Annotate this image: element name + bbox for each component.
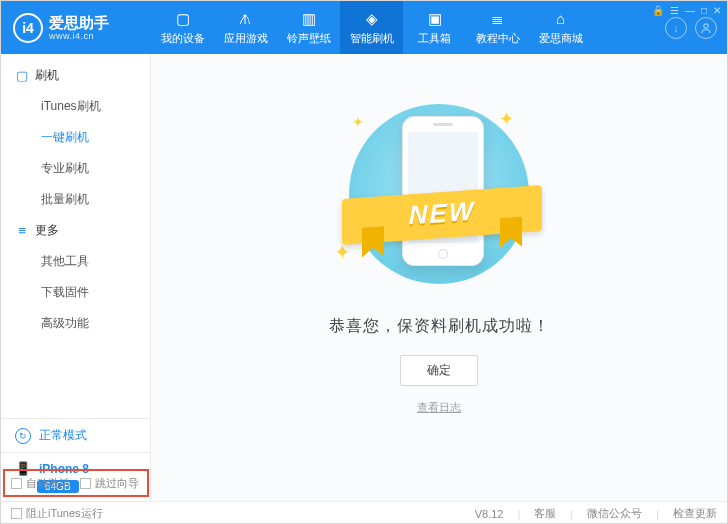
sidebar-item-download-firmware[interactable]: 下载固件 xyxy=(1,277,150,308)
separator: | xyxy=(517,508,520,520)
update-link[interactable]: 检查更新 xyxy=(673,506,717,521)
sidebar-section-label: 更多 xyxy=(35,222,59,239)
view-log-link[interactable]: 查看日志 xyxy=(417,400,461,415)
separator: | xyxy=(570,508,573,520)
header: i4 爱思助手 www.i4.cn ▢ 我的设备 ⩚ 应用游戏 ▥ 铃声壁纸 ◈… xyxy=(1,1,727,54)
app-name: 爱思助手 xyxy=(49,15,109,30)
checkbox-label: 跳过向导 xyxy=(95,476,139,491)
status-bar: 阻止iTunes运行 V8.12 | 客服 | 微信公众号 | 检查更新 xyxy=(1,501,727,524)
nav-apps[interactable]: ⩚ 应用游戏 xyxy=(214,1,277,54)
more-section-icon: ≡ xyxy=(15,223,29,238)
menu-icon[interactable]: ☰ xyxy=(670,5,679,16)
sidebar-section-flash[interactable]: ▢ 刷机 xyxy=(1,60,150,91)
nav-toolbox[interactable]: ▣ 工具箱 xyxy=(403,1,466,54)
wallpaper-icon: ▥ xyxy=(300,10,318,28)
sidebar-item-itunes-flash[interactable]: iTunes刷机 xyxy=(1,91,150,122)
apps-icon: ⩚ xyxy=(237,10,255,28)
support-link[interactable]: 客服 xyxy=(534,506,556,521)
refresh-icon: ↻ xyxy=(15,428,31,444)
body: ▢ 刷机 iTunes刷机 一键刷机 专业刷机 批量刷机 ≡ 更多 其他工具 下… xyxy=(1,54,727,501)
ok-button[interactable]: 确定 xyxy=(400,355,478,386)
sidebar-item-batch-flash[interactable]: 批量刷机 xyxy=(1,184,150,215)
block-itunes-checkbox[interactable]: 阻止iTunes运行 xyxy=(11,506,103,521)
app-site: www.i4.cn xyxy=(49,31,109,41)
device-mode[interactable]: ↻ 正常模式 xyxy=(1,419,150,453)
sidebar: ▢ 刷机 iTunes刷机 一键刷机 专业刷机 批量刷机 ≡ 更多 其他工具 下… xyxy=(1,54,151,501)
checkbox-icon xyxy=(80,478,91,489)
account-button[interactable] xyxy=(695,17,717,39)
nav-label: 教程中心 xyxy=(476,31,520,46)
star-icon: ✦ xyxy=(499,108,514,130)
nav-label: 爱思商城 xyxy=(539,31,583,46)
skip-guide-checkbox[interactable]: 跳过向导 xyxy=(80,476,139,491)
sidebar-section-more[interactable]: ≡ 更多 xyxy=(1,215,150,246)
checkbox-label: 自动激活 xyxy=(26,476,70,491)
phone-icon: ▢ xyxy=(174,10,192,28)
nav-flash[interactable]: ◈ 智能刷机 xyxy=(340,1,403,54)
sidebar-item-advanced[interactable]: 高级功能 xyxy=(1,308,150,339)
mode-label: 正常模式 xyxy=(39,427,87,444)
success-illustration: ✦ ✦ ✦ NEW xyxy=(324,94,554,294)
star-icon: ✦ xyxy=(352,114,364,130)
tutorial-icon: ≣ xyxy=(489,10,507,28)
flash-icon: ◈ xyxy=(363,10,381,28)
separator: | xyxy=(656,508,659,520)
sidebar-item-oneclick-flash[interactable]: 一键刷机 xyxy=(1,122,150,153)
toolbox-icon: ▣ xyxy=(426,10,444,28)
nav-my-device[interactable]: ▢ 我的设备 xyxy=(151,1,214,54)
nav-tutorial[interactable]: ≣ 教程中心 xyxy=(466,1,529,54)
svg-point-0 xyxy=(704,23,708,27)
nav-label: 工具箱 xyxy=(418,31,451,46)
nav-label: 我的设备 xyxy=(161,31,205,46)
sidebar-item-other-tools[interactable]: 其他工具 xyxy=(1,246,150,277)
nav-label: 铃声壁纸 xyxy=(287,31,331,46)
user-icon xyxy=(700,22,712,34)
sidebar-item-pro-flash[interactable]: 专业刷机 xyxy=(1,153,150,184)
flash-section-icon: ▢ xyxy=(15,68,29,83)
nav-store[interactable]: ⌂ 爱思商城 xyxy=(529,1,592,54)
logo-mark-icon: i4 xyxy=(13,13,43,43)
nav-label: 应用游戏 xyxy=(224,31,268,46)
auto-activate-checkbox[interactable]: 自动激活 xyxy=(11,476,70,491)
lock-icon[interactable]: 🔒 xyxy=(652,5,664,16)
sidebar-section-label: 刷机 xyxy=(35,67,59,84)
minimize-button[interactable]: — xyxy=(685,5,695,16)
top-nav: ▢ 我的设备 ⩚ 应用游戏 ▥ 铃声壁纸 ◈ 智能刷机 ▣ 工具箱 ≣ 教程中心… xyxy=(151,1,665,54)
nav-label: 智能刷机 xyxy=(350,31,394,46)
version-label: V8.12 xyxy=(475,508,504,520)
nav-ringtone[interactable]: ▥ 铃声壁纸 xyxy=(277,1,340,54)
success-message: 恭喜您，保资料刷机成功啦！ xyxy=(329,316,550,337)
options-highlight-box: 自动激活 跳过向导 xyxy=(3,469,149,497)
app-logo[interactable]: i4 爱思助手 www.i4.cn xyxy=(1,1,151,54)
maximize-button[interactable]: □ xyxy=(701,5,707,16)
window-controls: 🔒 ☰ — □ ✕ xyxy=(652,5,721,16)
store-icon: ⌂ xyxy=(552,10,570,28)
checkbox-label: 阻止iTunes运行 xyxy=(26,506,103,521)
checkbox-icon xyxy=(11,508,22,519)
close-button[interactable]: ✕ xyxy=(713,5,721,16)
download-button[interactable]: ↓ xyxy=(665,17,687,39)
wechat-link[interactable]: 微信公众号 xyxy=(587,506,642,521)
content: ✦ ✦ ✦ NEW 恭喜您，保资料刷机成功啦！ 确定 查看日志 xyxy=(151,54,727,501)
checkbox-icon xyxy=(11,478,22,489)
